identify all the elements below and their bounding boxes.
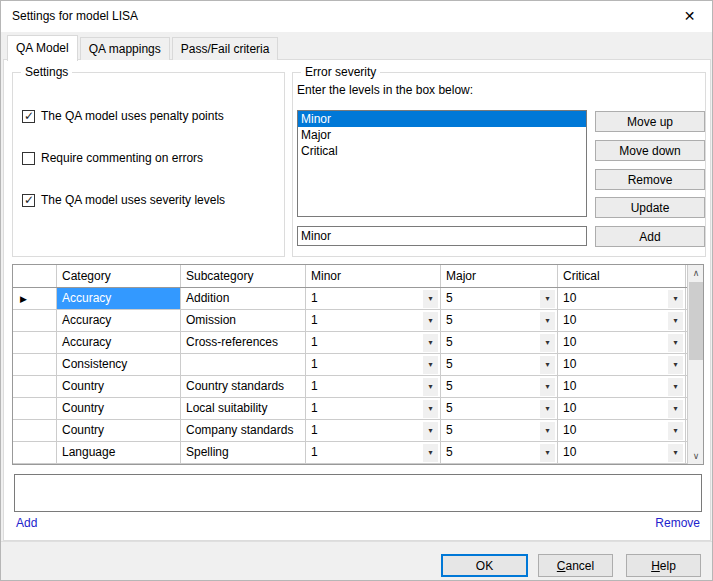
checkbox-icon[interactable] (22, 194, 35, 207)
cell-category[interactable]: Consistency (57, 354, 181, 375)
cell-critical[interactable]: 10▾ (558, 420, 686, 441)
checkbox-icon[interactable] (22, 152, 35, 165)
dropdown-icon[interactable]: ▾ (423, 334, 438, 352)
table-row[interactable]: Country Country standards 1▾ 5▾ 10▾ (13, 376, 703, 398)
listbox-item-major[interactable]: Major (298, 127, 586, 143)
scrollbar-thumb[interactable] (689, 282, 703, 360)
dropdown-icon[interactable]: ▾ (423, 444, 438, 462)
header-minor[interactable]: Minor (306, 265, 441, 287)
cell-critical[interactable]: 10▾ (558, 376, 686, 397)
row-selector[interactable] (13, 354, 57, 375)
table-vertical-scrollbar[interactable]: ∧ ∨ (687, 265, 703, 464)
move-up-button[interactable]: Move up (595, 111, 705, 132)
tab-qa-mappings[interactable]: QA mappings (80, 37, 170, 60)
cell-minor[interactable]: 1▾ (306, 376, 441, 397)
cell-minor[interactable]: 1▾ (306, 420, 441, 441)
add-button[interactable]: Add (595, 226, 705, 247)
header-major[interactable]: Major (441, 265, 558, 287)
scroll-down-icon[interactable]: ∨ (688, 448, 704, 464)
dropdown-icon[interactable]: ▾ (668, 334, 683, 352)
cell-subcategory[interactable] (181, 354, 306, 375)
table-row[interactable]: Country Local suitability 1▾ 5▾ 10▾ (13, 398, 703, 420)
header-critical[interactable]: Critical (558, 265, 686, 287)
dropdown-icon[interactable]: ▾ (423, 356, 438, 374)
cell-minor[interactable]: 1▾ (306, 442, 441, 463)
remove-button[interactable]: Remove (595, 169, 705, 190)
cell-category[interactable]: Language (57, 442, 181, 463)
listbox-item-critical[interactable]: Critical (298, 143, 586, 159)
cell-major[interactable]: 5▾ (441, 442, 558, 463)
dropdown-icon[interactable]: ▾ (668, 312, 683, 330)
checkbox-severity-levels[interactable]: The QA model uses severity levels (22, 193, 225, 207)
cell-category[interactable]: Accuracy (57, 310, 181, 331)
close-icon[interactable]: ✕ (667, 1, 712, 31)
cell-major[interactable]: 5▾ (441, 332, 558, 353)
cell-major[interactable]: 5▾ (441, 288, 558, 309)
row-selector[interactable]: ▶ (13, 288, 57, 309)
cell-critical[interactable]: 10▾ (558, 442, 686, 463)
cell-subcategory[interactable]: Cross-references (181, 332, 306, 353)
row-selector[interactable] (13, 332, 57, 353)
dropdown-icon[interactable]: ▾ (668, 400, 683, 418)
cell-critical[interactable]: 10▾ (558, 354, 686, 375)
cell-minor[interactable]: 1▾ (306, 332, 441, 353)
table-row[interactable]: Consistency 1▾ 5▾ 10▾ (13, 354, 703, 376)
dropdown-icon[interactable]: ▾ (540, 378, 555, 396)
cell-category[interactable]: Country (57, 420, 181, 441)
dropdown-icon[interactable]: ▾ (668, 444, 683, 462)
cell-category[interactable]: Accuracy (57, 332, 181, 353)
dropdown-icon[interactable]: ▾ (540, 422, 555, 440)
cell-major[interactable]: 5▾ (441, 420, 558, 441)
cell-critical[interactable]: 10▾ (558, 332, 686, 353)
dropdown-icon[interactable]: ▾ (423, 312, 438, 330)
dropdown-icon[interactable]: ▾ (423, 378, 438, 396)
cell-minor[interactable]: 1▾ (306, 288, 441, 309)
row-selector[interactable] (13, 376, 57, 397)
header-category[interactable]: Category (57, 265, 181, 287)
cell-major[interactable]: 5▾ (441, 310, 558, 331)
cell-minor[interactable]: 1▾ (306, 310, 441, 331)
row-selector[interactable] (13, 310, 57, 331)
level-input[interactable] (297, 226, 587, 246)
dropdown-icon[interactable]: ▾ (423, 290, 438, 308)
dropdown-icon[interactable]: ▾ (423, 400, 438, 418)
dropdown-icon[interactable]: ▾ (668, 290, 683, 308)
checkbox-penalty-points[interactable]: The QA model uses penalty points (22, 109, 224, 123)
row-selector[interactable] (13, 442, 57, 463)
dropdown-icon[interactable]: ▾ (423, 422, 438, 440)
cell-critical[interactable]: 10▾ (558, 398, 686, 419)
help-button[interactable]: Help (626, 554, 701, 577)
update-button[interactable]: Update (595, 197, 705, 218)
tab-pass-fail-criteria[interactable]: Pass/Fail criteria (172, 37, 279, 60)
table-row[interactable]: Accuracy Omission 1▾ 5▾ 10▾ (13, 310, 703, 332)
ok-button[interactable]: OK (441, 554, 528, 577)
header-subcategory[interactable]: Subcategory (181, 265, 306, 287)
dropdown-icon[interactable]: ▾ (540, 312, 555, 330)
row-selector[interactable] (13, 398, 57, 419)
cell-major[interactable]: 5▾ (441, 398, 558, 419)
cell-critical[interactable]: 10▾ (558, 310, 686, 331)
cell-minor[interactable]: 1▾ (306, 354, 441, 375)
row-selector[interactable] (13, 420, 57, 441)
cell-subcategory[interactable]: Spelling (181, 442, 306, 463)
cell-subcategory[interactable]: Local suitability (181, 398, 306, 419)
remove-link[interactable]: Remove (655, 516, 700, 530)
cell-critical[interactable]: 10▾ (558, 288, 686, 309)
dropdown-icon[interactable]: ▾ (540, 400, 555, 418)
dropdown-icon[interactable]: ▾ (540, 356, 555, 374)
table-row[interactable]: Country Company standards 1▾ 5▾ 10▾ (13, 420, 703, 442)
cell-category[interactable]: Accuracy (57, 288, 181, 309)
cell-subcategory[interactable]: Company standards (181, 420, 306, 441)
cell-category[interactable]: Country (57, 398, 181, 419)
checkbox-require-commenting[interactable]: Require commenting on errors (22, 151, 203, 165)
scroll-up-icon[interactable]: ∧ (688, 265, 704, 281)
move-down-button[interactable]: Move down (595, 140, 705, 161)
cell-major[interactable]: 5▾ (441, 354, 558, 375)
dropdown-icon[interactable]: ▾ (668, 378, 683, 396)
cell-minor[interactable]: 1▾ (306, 398, 441, 419)
cell-subcategory[interactable]: Omission (181, 310, 306, 331)
cell-major[interactable]: 5▾ (441, 376, 558, 397)
severity-levels-listbox[interactable]: Minor Major Critical (297, 110, 587, 217)
cell-subcategory[interactable]: Country standards (181, 376, 306, 397)
table-row[interactable]: Accuracy Cross-references 1▾ 5▾ 10▾ (13, 332, 703, 354)
